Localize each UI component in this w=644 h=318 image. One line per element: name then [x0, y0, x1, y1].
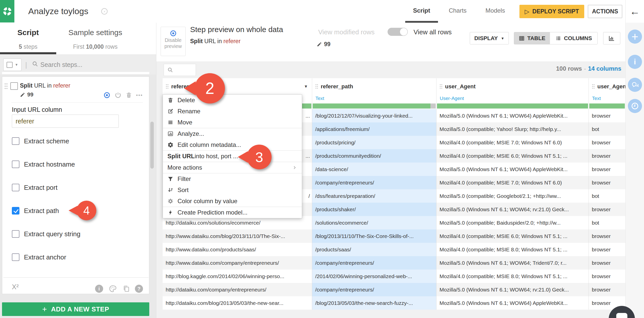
table-cell: /products/shaker/ [312, 203, 436, 216]
palette-icon[interactable] [108, 284, 117, 293]
caret-down-icon: ▼ [15, 63, 18, 67]
extract-option[interactable]: Extract scheme [12, 129, 143, 153]
toggle-knob[interactable] [400, 28, 408, 36]
column-menu-caret-icon[interactable]: ▼ [304, 84, 308, 89]
table-cell: browser [589, 243, 625, 256]
view-all-rows-label[interactable]: View all rows [414, 28, 452, 36]
select-steps-combo[interactable]: ▼ [3, 59, 21, 71]
rail-add-button[interactable]: + [628, 30, 642, 44]
drag-handle-icon[interactable] [4, 83, 8, 89]
extract-option[interactable]: Extract hostname [12, 153, 143, 176]
table-cell: bot [589, 216, 625, 229]
tab-models[interactable]: Models [484, 0, 507, 21]
select-all-checkbox[interactable] [7, 62, 13, 68]
column-meaning[interactable]: Text [589, 95, 625, 103]
columns-view-button[interactable]: COLUMNS [550, 32, 597, 44]
table-cell: Mozilla/4.0 (compatible; MSIE 6.0; Windo… [436, 229, 589, 243]
panel-tab-script-subtext: 5 steps [0, 43, 56, 50]
step-checkbox[interactable] [10, 82, 18, 90]
analyze-icon [167, 130, 175, 137]
actions-button[interactable]: ACTIONS [588, 5, 622, 18]
step-preview-eye-icon[interactable] [103, 91, 111, 99]
menu-item[interactable]: Sort [163, 184, 302, 196]
info-icon: i [634, 58, 636, 66]
rows-view-toggle[interactable] [388, 28, 408, 36]
quality-bar-empty [430, 103, 436, 109]
column-header[interactable]: user_Agent [436, 78, 589, 95]
menu-item[interactable]: Analyze... [163, 128, 302, 139]
dataiku-logo-icon [2, 6, 12, 16]
rail-info-button[interactable]: i [628, 55, 642, 69]
plus-icon: + [42, 305, 47, 314]
display-dropdown-button[interactable]: DISPLAY ▼ [470, 32, 509, 44]
extract-option[interactable]: Extract anchor [12, 246, 143, 269]
table-cell: /blog/2013/11/10/The-Six-Core-Skills-of-… [312, 229, 436, 243]
rail-history-button[interactable] [628, 99, 642, 113]
menu-item[interactable]: Delete [163, 95, 302, 106]
panel-scrollbar-thumb[interactable] [150, 122, 154, 169]
view-modified-rows-label[interactable]: View modified rows [318, 28, 375, 36]
tab-script[interactable]: Script [411, 0, 432, 21]
panel-active-tab-underline [0, 52, 56, 54]
menu-item[interactable]: Color column by value [163, 196, 302, 207]
panel-tab-sample-settings[interactable]: Sample settings First 10,000 rows [56, 23, 134, 50]
table-cell: Mozilla/5.0 (Windows NT 6.1; WOW64) Appl… [436, 296, 589, 310]
analyse-chart-button[interactable] [603, 32, 620, 44]
table-cell: http://www.dataiku.com/blog/2013/11/10/T… [163, 229, 312, 243]
step-info-icon[interactable]: i [95, 284, 104, 293]
formula-mode-button[interactable]: X² [12, 283, 19, 291]
menu-item[interactable]: Move [163, 117, 302, 128]
menu-group: Split URL into host, port ... [163, 150, 302, 162]
rail-discussions-button[interactable] [628, 78, 642, 92]
table-cell: browser [589, 203, 625, 216]
menu-group: Analyze... Edit column metadata... [163, 128, 302, 150]
extract-option[interactable]: Extract query string [12, 222, 143, 246]
option-checkbox[interactable] [12, 253, 19, 261]
column-header[interactable]: referer_path [312, 78, 436, 95]
column-count[interactable]: 14 columns [588, 65, 621, 72]
tab-charts[interactable]: Charts [446, 0, 469, 21]
search-steps-input[interactable] [40, 58, 137, 71]
table-search-box[interactable] [164, 64, 196, 76]
disable-preview-button[interactable]: Disable preview [161, 27, 186, 56]
extract-option[interactable]: Extract port [12, 176, 143, 199]
panel-tab-script[interactable]: Script 5 steps [0, 23, 56, 50]
search-icon [167, 67, 173, 73]
option-checkbox[interactable] [12, 161, 19, 168]
step-help-icon[interactable]: ? [134, 284, 143, 293]
step-more-icon[interactable]: ••• [135, 91, 144, 99]
column-meaning[interactable]: Text [312, 95, 436, 103]
menu-item[interactable]: Split URL into host, port ... [163, 151, 302, 162]
step-delete-trash-icon[interactable] [125, 91, 133, 99]
menu-group: Filter Sort Color column by value [163, 173, 302, 207]
option-checkbox[interactable] [12, 137, 19, 145]
callout-step-4: 4 [77, 201, 96, 220]
gear-icon [167, 142, 175, 148]
menu-group: More actions [163, 162, 302, 173]
table-view-button[interactable]: TABLE [514, 32, 550, 44]
column-header[interactable]: user_Agen [589, 78, 625, 95]
table-cell: Mozilla/5.0 (Windows NT 6.1; WOW64) Appl… [436, 109, 589, 122]
menu-item[interactable]: Edit column metadata... [163, 139, 302, 150]
table-cell: browser [589, 109, 625, 122]
previous-step-edge [2, 72, 149, 75]
copy-icon[interactable] [122, 284, 131, 293]
row-count: 100 rows [556, 65, 582, 72]
step-disable-power-icon[interactable] [114, 91, 122, 99]
menu-item[interactable]: More actions [163, 162, 302, 173]
menu-item[interactable]: Filter [163, 173, 302, 184]
option-checkbox[interactable] [12, 184, 19, 191]
collapse-panel-button[interactable]: ← [626, 0, 644, 23]
input-url-column-field[interactable] [12, 115, 119, 128]
add-new-step-button[interactable]: + ADD A NEW STEP [2, 302, 149, 316]
menu-item[interactable]: Rename [163, 106, 302, 117]
option-checkbox[interactable] [12, 230, 19, 238]
drag-handle-icon [592, 84, 595, 89]
option-checkbox[interactable] [12, 207, 19, 215]
plus-icon: + [632, 30, 638, 43]
dataiku-logo[interactable] [0, 0, 14, 22]
navigator-icon[interactable] [100, 7, 108, 15]
column-meaning[interactable]: User-Agent [436, 95, 589, 103]
menu-item[interactable]: Create Prediction model... [163, 207, 302, 218]
deploy-script-button[interactable]: ▷ DEPLOY SCRIPT [519, 5, 584, 18]
